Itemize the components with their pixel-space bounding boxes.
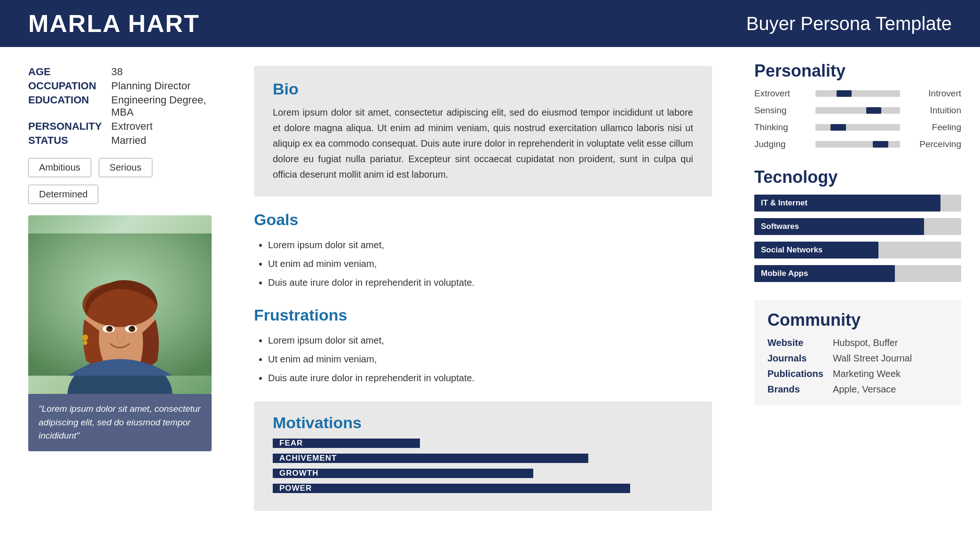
svg-point-12 (82, 335, 88, 341)
community-journals-key: Journals (767, 353, 823, 364)
tech-label-software: Softwares (761, 222, 799, 231)
education-label: EDUCATION (28, 94, 102, 118)
tech-bar-outer-social: Social Networks (754, 242, 961, 259)
tech-bar-mobile: Mobile Apps (754, 265, 961, 282)
list-item: Ut enim ad minim veniam, (268, 254, 712, 273)
community-website-key: Website (767, 337, 823, 348)
personality-section: Personality Extrovert Introvert Sensing … (754, 61, 961, 156)
tech-bar-fill-it: IT & Internet (754, 195, 940, 212)
tech-bar-outer-mobile: Mobile Apps (754, 265, 961, 282)
tech-bar-fill-software: Softwares (754, 218, 924, 235)
goals-section: Goals Lorem ipsum dolor sit amet, Ut eni… (254, 211, 712, 292)
achievement-label: ACHIVEMENT (273, 451, 343, 465)
power-label: POWER (273, 481, 318, 495)
education-value: Engineering Degree, MBA (111, 94, 212, 118)
photo-caption: "Lorem ipsum dolor sit amet, consectetur… (28, 394, 212, 451)
motivation-fear: FEAR (273, 439, 693, 448)
left-column: AGE 38 OCCUPATION Planning Director EDUC… (0, 47, 230, 549)
header: MARLA HART Buyer Persona Template (0, 0, 980, 47)
personality-title: Personality (754, 61, 961, 81)
growth-bar: GROWTH (273, 469, 533, 478)
label-extrovert: Extrovert (754, 88, 811, 99)
community-brands-val: Apple, Versace (833, 384, 948, 395)
slider-fill-tf (830, 124, 846, 131)
tech-bar-fill-mobile: Mobile Apps (754, 265, 895, 282)
fear-label: FEAR (273, 436, 309, 450)
list-item: Duis aute irure dolor in reprehenderit i… (268, 273, 712, 292)
status-value: Married (111, 134, 212, 147)
svg-point-11 (131, 327, 134, 329)
list-item: Ut enim ad minim veniam, (268, 350, 712, 369)
label-feeling: Feeling (905, 122, 961, 133)
technology-title: Tecnology (754, 167, 961, 187)
motivations-title: Motivations (273, 414, 693, 432)
motivation-power: POWER (273, 484, 693, 493)
motivation-achievement: ACHIVEMENT (273, 454, 693, 463)
tag-ambitious: Ambitious (28, 158, 91, 177)
slider-fill-si (866, 107, 881, 114)
bio-text: Lorem ipsum dolor sit amet, consectetur … (273, 105, 693, 182)
svg-point-10 (109, 327, 111, 329)
svg-point-8 (106, 326, 113, 332)
tech-bar-it: IT & Internet (754, 195, 961, 212)
community-publications-val: Marketing Week (833, 369, 948, 379)
label-intuition: Intuition (905, 105, 961, 116)
community-section: Community Website Hubspot, Buffer Journa… (754, 300, 961, 405)
tags-container: Ambitious Serious Determined (28, 158, 212, 204)
middle-column: Bio Lorem ipsum dolor sit amet, consecte… (230, 47, 735, 549)
bio-title: Bio (273, 80, 693, 98)
tech-bar-social: Social Networks (754, 242, 961, 259)
page: MARLA HART Buyer Persona Template AGE 38… (0, 0, 980, 549)
growth-label: GROWTH (273, 466, 325, 480)
personality-row-judging: Judging Perceiving (754, 139, 961, 149)
label-thinking: Thinking (754, 122, 811, 133)
occupation-value: Planning Director (111, 80, 212, 92)
personality-row-extrovert: Extrovert Introvert (754, 88, 961, 99)
frustrations-title: Frustrations (254, 306, 712, 324)
tech-bar-outer-it: IT & Internet (754, 195, 961, 212)
tech-label-it: IT & Internet (761, 198, 807, 208)
community-publications-key: Publications (767, 369, 823, 379)
slider-jp (815, 141, 900, 148)
svg-point-9 (128, 326, 135, 332)
list-item: Lorem ipsum dolor sit amet, (268, 235, 712, 254)
slider-ei (815, 90, 900, 97)
slider-fill-ei (837, 90, 852, 97)
photo-container: "Lorem ipsum dolor sit amet, consectetur… (28, 215, 212, 530)
personality-row-sensing: Sensing Intuition (754, 105, 961, 116)
community-title: Community (767, 310, 948, 330)
goals-title: Goals (254, 211, 712, 229)
label-judging: Judging (754, 139, 811, 149)
list-item: Lorem ipsum dolor sit amet, (268, 331, 712, 350)
age-label: AGE (28, 66, 102, 78)
body: AGE 38 OCCUPATION Planning Director EDUC… (0, 47, 980, 549)
frustrations-section: Frustrations Lorem ipsum dolor sit amet,… (254, 306, 712, 387)
right-column: Personality Extrovert Introvert Sensing … (735, 47, 980, 549)
fear-bar: FEAR (273, 439, 420, 448)
list-item: Duis aute irure dolor in reprehenderit i… (268, 369, 712, 387)
tech-bar-software: Softwares (754, 218, 961, 235)
goals-list: Lorem ipsum dolor sit amet, Ut enim ad m… (254, 235, 712, 292)
tech-label-social: Social Networks (761, 245, 822, 255)
community-journals-val: Wall Street Journal (833, 353, 948, 364)
persona-photo (28, 215, 212, 394)
persona-name: MARLA HART (28, 9, 200, 38)
frustrations-list: Lorem ipsum dolor sit amet, Ut enim ad m… (254, 331, 712, 387)
community-grid: Website Hubspot, Buffer Journals Wall St… (767, 337, 948, 395)
age-value: 38 (111, 66, 212, 78)
power-bar: POWER (273, 484, 630, 493)
slider-fill-jp (873, 141, 888, 148)
profile-info: AGE 38 OCCUPATION Planning Director EDUC… (28, 66, 212, 147)
tech-bar-fill-social: Social Networks (754, 242, 878, 259)
community-website-val: Hubspot, Buffer (833, 337, 948, 348)
tech-label-mobile: Mobile Apps (761, 269, 808, 278)
personality-row-thinking: Thinking Feeling (754, 122, 961, 133)
label-introvert: Introvert (905, 88, 961, 99)
motivation-growth: GROWTH (273, 469, 693, 478)
label-perceiving: Perceiving (905, 139, 961, 149)
status-label: STATUS (28, 134, 102, 147)
tag-serious: Serious (99, 158, 152, 177)
motivations-section: Motivations FEAR ACHIVEMENT GROWTH (254, 401, 712, 511)
community-brands-key: Brands (767, 384, 823, 395)
occupation-label: OCCUPATION (28, 80, 102, 92)
